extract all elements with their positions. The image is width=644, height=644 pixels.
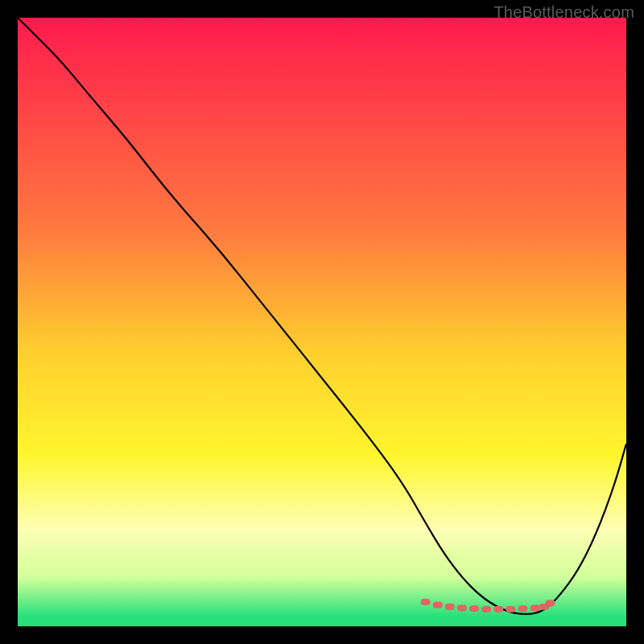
optimal-zone-marker — [445, 604, 455, 610]
chart-background — [18, 18, 626, 626]
optimal-zone-marker — [469, 605, 479, 612]
optimal-zone-marker — [506, 606, 515, 613]
chart-svg — [18, 18, 626, 626]
optimal-zone-marker — [493, 606, 503, 613]
chart-plot-area — [18, 18, 626, 626]
optimal-zone-marker — [546, 600, 555, 606]
optimal-zone-marker — [457, 605, 467, 611]
optimal-zone-marker — [421, 599, 431, 605]
optimal-zone-marker — [518, 605, 527, 612]
optimal-zone-marker — [433, 602, 443, 609]
optimal-zone-marker — [530, 605, 540, 611]
optimal-zone-marker — [481, 606, 491, 613]
watermark-text: TheBottleneck.com — [493, 3, 634, 22]
